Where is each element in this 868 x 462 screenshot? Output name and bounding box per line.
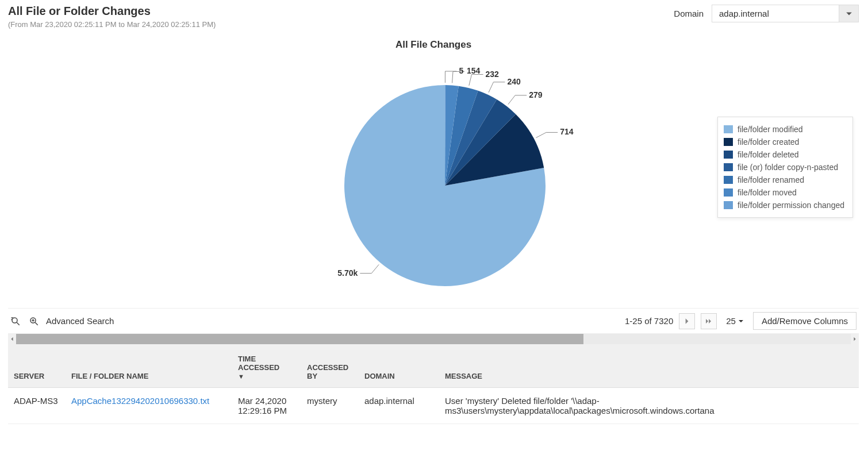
pie-slice-label: 279	[529, 90, 543, 99]
horizontal-scrollbar[interactable]	[8, 334, 859, 344]
col-time-accessed[interactable]: TIME ACCESSED ▼	[232, 344, 301, 388]
pie-slice-label: 232	[486, 70, 500, 79]
pie-chart: 5.70k7142792402321545	[232, 56, 635, 298]
legend-item[interactable]: file/folder permission changed	[724, 199, 844, 211]
col-file[interactable]: FILE / FOLDER NAME	[66, 344, 232, 388]
filter-icon[interactable]	[9, 315, 22, 328]
legend-item[interactable]: file (or) folder copy-n-pasted	[724, 161, 844, 174]
legend-swatch	[724, 151, 733, 159]
legend-label: file/folder renamed	[738, 175, 804, 184]
legend-item[interactable]: file/folder modified	[724, 123, 844, 136]
legend-label: file/folder deleted	[738, 150, 799, 159]
chart-title: All File Changes	[8, 39, 859, 51]
domain-select[interactable]: adap.internal	[712, 5, 859, 22]
legend-swatch	[724, 138, 733, 146]
col-message[interactable]: MESSAGE	[439, 344, 859, 388]
add-remove-columns-button[interactable]: Add/Remove Columns	[753, 312, 857, 330]
svg-point-0	[12, 318, 17, 323]
legend-item[interactable]: file/folder moved	[724, 186, 844, 199]
last-page-button[interactable]	[701, 313, 717, 329]
advanced-search-link[interactable]: Advanced Search	[46, 316, 114, 326]
legend-item[interactable]: file/folder renamed	[724, 174, 844, 186]
scroll-right-icon[interactable]	[851, 337, 859, 341]
legend-item[interactable]: file/folder deleted	[724, 148, 844, 161]
pagination-range: 1-25 of 7320	[625, 316, 673, 326]
col-domain[interactable]: DOMAIN	[359, 344, 439, 388]
legend-label: file/folder created	[738, 137, 799, 147]
col-accessed-by[interactable]: ACCESSED BY	[301, 344, 359, 388]
legend-swatch	[724, 163, 733, 171]
sort-desc-icon: ▼	[238, 373, 244, 380]
results-table: SERVER FILE / FOLDER NAME TIME ACCESSED …	[8, 344, 859, 424]
chevron-down-icon	[738, 318, 744, 324]
legend-swatch	[724, 201, 733, 209]
domain-select-value: adap.internal	[712, 5, 839, 22]
legend-swatch	[724, 188, 733, 197]
page-title: All File or Folder Changes	[8, 5, 216, 18]
page-size-value: 25	[726, 316, 736, 326]
page-subtitle: (From Mar 23,2020 02:25:11 PM to Mar 24,…	[8, 20, 216, 29]
pie-slice-label: 714	[560, 127, 574, 136]
col-server[interactable]: SERVER	[8, 344, 66, 388]
legend-label: file (or) folder copy-n-pasted	[738, 163, 838, 172]
legend-swatch	[724, 125, 733, 133]
legend-item[interactable]: file/folder created	[724, 136, 844, 148]
legend-label: file/folder permission changed	[738, 201, 844, 210]
file-link[interactable]: AppCache132294202010696330.txt	[71, 396, 209, 406]
pie-slice-label: 240	[507, 77, 521, 86]
legend-label: file/folder moved	[738, 188, 797, 197]
scroll-left-icon[interactable]	[8, 337, 16, 341]
chevron-down-icon[interactable]	[839, 5, 858, 22]
col-time-label: TIME ACCESSED	[238, 355, 279, 372]
table-row[interactable]: ADAP-MS3AppCache132294202010696330.txtMa…	[8, 388, 859, 424]
legend-swatch	[724, 176, 733, 184]
pie-slice-label: 5.70k	[337, 268, 358, 278]
svg-line-5	[35, 322, 38, 325]
pie-slice-label: 5	[459, 66, 463, 75]
domain-label: Domain	[674, 9, 704, 18]
next-page-button[interactable]	[679, 313, 695, 329]
svg-line-1	[17, 322, 20, 325]
legend-label: file/folder modified	[738, 125, 803, 134]
page-size-select[interactable]: 25	[723, 316, 747, 326]
chart-legend: file/folder modifiedfile/folder createdf…	[717, 117, 853, 218]
search-plus-icon[interactable]	[28, 315, 40, 328]
pie-slice-label: 154	[467, 66, 481, 75]
